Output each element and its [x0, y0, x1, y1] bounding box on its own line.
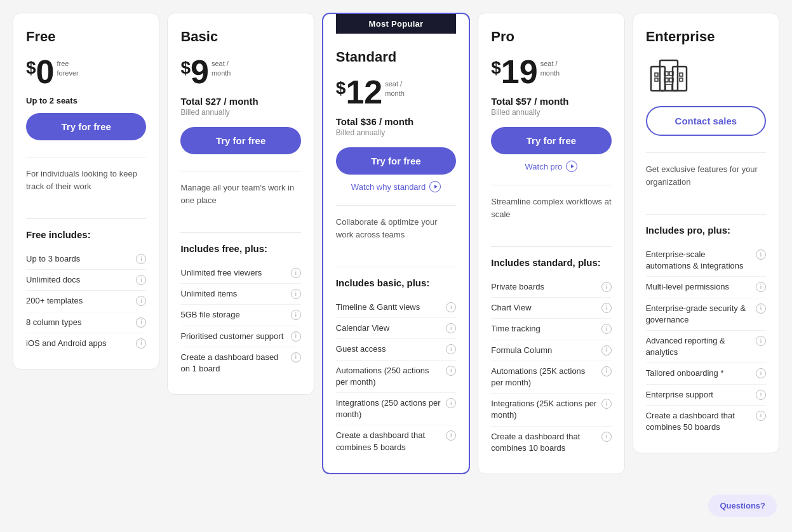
includes-title-enterprise: Includes pro, plus:: [646, 225, 766, 236]
feature-text: Chart View: [491, 302, 601, 314]
plan-card-standard: Most PopularStandard $ 12seat /monthTota…: [322, 13, 470, 474]
price-row-pro: $ 19seat /month: [491, 55, 611, 88]
feature-list-standard: Timeline & Gantt views i Calendar View i…: [336, 297, 456, 458]
cta-button-basic[interactable]: Try for free: [180, 127, 300, 154]
cta-button-standard[interactable]: Try for free: [336, 147, 456, 175]
billed-annually: Billed annually: [180, 108, 300, 117]
feature-text: Prioritised customer support: [180, 331, 290, 342]
play-icon-pro: [566, 161, 577, 172]
feature-item: Unlimited free viewers i: [180, 263, 300, 284]
price-period: seat /month: [385, 79, 405, 99]
description-standard: Collaborate & optimize your work across …: [336, 216, 456, 254]
total-price: Total $57 / month: [491, 96, 611, 107]
svg-rect-8: [655, 73, 658, 76]
feature-item: iOS and Android apps i: [26, 333, 146, 354]
info-icon[interactable]: i: [756, 282, 766, 292]
feature-text: Integrations (250 actions per month): [336, 397, 446, 420]
includes-title-standard: Includes basic, plus:: [336, 277, 456, 288]
price-symbol: $: [180, 58, 191, 78]
feature-text: Enterprise-grade security & governance: [646, 303, 756, 326]
seats-label: Up to 2 seats: [26, 96, 146, 105]
info-icon[interactable]: i: [446, 302, 456, 312]
watch-link-standard[interactable]: Watch why standard: [336, 181, 456, 192]
price-amount: 19: [501, 55, 538, 88]
feature-item: Up to 3 boards i: [26, 249, 146, 270]
info-icon[interactable]: i: [446, 366, 456, 376]
feature-text: Unlimited docs: [26, 274, 136, 286]
info-icon[interactable]: i: [136, 338, 146, 349]
divider-pro: [491, 185, 611, 185]
feature-text: Private boards: [491, 281, 601, 293]
feature-item: Create a dashboard that combines 5 board…: [336, 425, 456, 457]
divider-basic: [180, 171, 300, 171]
svg-rect-9: [655, 78, 658, 81]
feature-item: Tailored onboarding * i: [646, 363, 766, 384]
info-icon[interactable]: i: [291, 331, 301, 342]
info-icon[interactable]: i: [446, 430, 456, 441]
info-icon[interactable]: i: [136, 317, 146, 328]
info-icon[interactable]: i: [136, 275, 146, 285]
info-icon[interactable]: i: [446, 323, 456, 333]
info-icon[interactable]: i: [756, 303, 766, 314]
feature-item: Timeline & Gantt views i: [336, 297, 456, 318]
description-pro: Streamline complex workflows at scale: [491, 196, 611, 234]
info-icon[interactable]: i: [446, 344, 456, 354]
total-price: Total $36 / month: [336, 116, 456, 127]
cta-button-pro[interactable]: Try for free: [491, 127, 611, 154]
feature-text: Automations (250 actions per month): [336, 365, 446, 388]
price-row-basic: $ 9seat /month: [180, 55, 300, 88]
info-icon[interactable]: i: [446, 398, 456, 408]
feature-text: Unlimited items: [180, 288, 290, 300]
svg-rect-11: [680, 78, 683, 81]
price-symbol: $: [491, 58, 501, 78]
info-icon[interactable]: i: [756, 336, 766, 346]
watch-link-pro[interactable]: Watch pro: [491, 161, 611, 172]
info-icon[interactable]: i: [601, 282, 612, 292]
price-free-label: freeforever: [57, 59, 79, 79]
info-icon[interactable]: i: [756, 249, 766, 260]
info-icon[interactable]: i: [291, 289, 301, 299]
info-icon[interactable]: i: [601, 345, 612, 356]
info-icon[interactable]: i: [601, 399, 612, 409]
feature-item: Create a dashboard based on 1 board i: [180, 347, 300, 379]
svg-rect-10: [680, 73, 683, 76]
feature-text: Advanced reporting & analytics: [646, 335, 756, 358]
info-icon[interactable]: i: [756, 368, 766, 378]
divider-enterprise: [646, 152, 766, 153]
feature-list-basic: Unlimited free viewers i Unlimited items…: [180, 263, 300, 379]
price-period: seat /month: [540, 59, 560, 79]
questions-button[interactable]: Questions?: [708, 495, 777, 517]
feature-text: Integrations (25K actions per month): [491, 398, 601, 421]
feature-item: Multi-level permissions i: [646, 277, 766, 298]
info-icon[interactable]: i: [291, 310, 301, 320]
description-enterprise: Get exclusive features for your organiza…: [646, 163, 766, 201]
feature-text: Create a dashboard based on 1 board: [180, 352, 290, 375]
info-icon[interactable]: i: [601, 432, 612, 442]
feature-item: Automations (250 actions per month) i: [336, 361, 456, 393]
pricing-container: Free $ 0freeforeverUp to 2 seatsTry for …: [13, 13, 779, 474]
feature-text: Tailored onboarding *: [646, 368, 756, 379]
includes-title-free: Free includes:: [26, 229, 146, 240]
info-icon[interactable]: i: [601, 324, 612, 334]
info-icon[interactable]: i: [136, 254, 146, 264]
cta-button-free[interactable]: Try for free: [26, 113, 146, 140]
feature-item: Integrations (250 actions per month) i: [336, 393, 456, 425]
enterprise-icon: [646, 55, 766, 96]
info-icon[interactable]: i: [756, 411, 766, 421]
plan-name-free: Free: [26, 29, 146, 45]
info-icon[interactable]: i: [291, 268, 301, 278]
feature-text: Enterprise support: [646, 389, 756, 401]
price-amount: 0: [36, 55, 55, 88]
price-amount: 12: [346, 76, 382, 109]
info-icon[interactable]: i: [291, 352, 301, 362]
feature-text: iOS and Android apps: [26, 338, 136, 349]
feature-text: Multi-level permissions: [646, 281, 756, 293]
info-icon[interactable]: i: [136, 296, 146, 306]
svg-rect-7: [666, 84, 672, 91]
info-icon[interactable]: i: [756, 390, 766, 400]
feature-item: Calendar View i: [336, 318, 456, 339]
info-icon[interactable]: i: [601, 366, 612, 376]
info-icon[interactable]: i: [601, 303, 612, 313]
cta-button-enterprise[interactable]: Contact sales: [646, 106, 766, 136]
feature-text: Calendar View: [336, 323, 446, 334]
